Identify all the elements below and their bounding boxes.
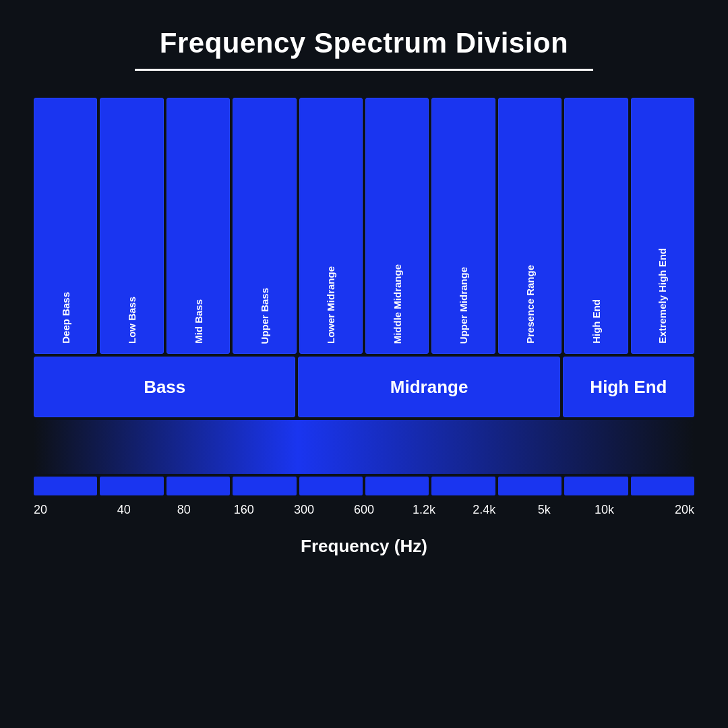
group-bass: Bass xyxy=(34,357,295,417)
band-label-upper-midrange: Upper Midrange xyxy=(458,267,469,344)
main-title: Frequency Spectrum Division xyxy=(34,27,694,59)
gradient-row xyxy=(34,420,694,474)
band-label-high-end: High End xyxy=(590,299,602,344)
groups-row: Bass Midrange High End xyxy=(34,357,694,417)
band-label-low-bass: Low Bass xyxy=(126,297,138,344)
freq-bar-2 xyxy=(166,477,230,495)
chart-container: Deep BassLow BassMid BassUpper BassLower… xyxy=(34,98,694,708)
band-extremely-high-end: Extremely High End xyxy=(631,98,694,354)
group-bass-label: Bass xyxy=(144,377,185,398)
band-label-deep-bass: Deep Bass xyxy=(60,292,71,344)
band-high-end: High End xyxy=(564,98,628,354)
bands-row: Deep BassLow BassMid BassUpper BassLower… xyxy=(34,98,694,354)
band-deep-bass: Deep Bass xyxy=(34,98,97,354)
page-wrapper: Frequency Spectrum Division Deep BassLow… xyxy=(0,0,728,728)
freq-bar-5 xyxy=(365,477,429,495)
freq-label-7: 2.4k xyxy=(454,503,514,517)
band-label-middle-midrange: Middle Midrange xyxy=(392,264,403,344)
freq-bar-9 xyxy=(631,477,694,495)
band-label-lower-midrange: Lower Midrange xyxy=(325,266,336,344)
band-middle-midrange: Middle Midrange xyxy=(365,98,429,354)
freq-labels-inner: 2040801603006001.2k2.4k5k10k20k xyxy=(34,499,694,520)
freq-labels-row: 2040801603006001.2k2.4k5k10k20k xyxy=(34,499,694,520)
band-low-bass: Low Bass xyxy=(100,98,163,354)
band-label-presence-range: Presence Range xyxy=(524,265,536,344)
band-upper-midrange: Upper Midrange xyxy=(431,98,495,354)
freq-label-1: 40 xyxy=(94,503,154,517)
freq-bar-3 xyxy=(233,477,296,495)
band-mid-bass: Mid Bass xyxy=(166,98,230,354)
freq-label-6: 1.2k xyxy=(394,503,454,517)
freq-bar-8 xyxy=(564,477,628,495)
freq-label-4: 300 xyxy=(274,503,334,517)
group-midrange-label: Midrange xyxy=(390,377,468,398)
group-highend-label: High End xyxy=(590,377,667,398)
band-lower-midrange: Lower Midrange xyxy=(299,98,363,354)
freq-bar-row xyxy=(34,477,694,495)
x-axis-title: Frequency (Hz) xyxy=(34,536,694,557)
freq-bar-4 xyxy=(299,477,363,495)
freq-label-0: 20 xyxy=(34,503,94,517)
freq-label-9: 10k xyxy=(574,503,634,517)
band-presence-range: Presence Range xyxy=(498,98,562,354)
freq-bar-1 xyxy=(100,477,163,495)
freq-label-10: 20k xyxy=(634,503,694,517)
freq-bar-0 xyxy=(34,477,97,495)
band-upper-bass: Upper Bass xyxy=(233,98,296,354)
freq-label-2: 80 xyxy=(154,503,214,517)
band-label-mid-bass: Mid Bass xyxy=(193,299,204,344)
title-underline xyxy=(135,69,593,71)
band-label-extremely-high-end: Extremely High End xyxy=(657,248,668,344)
group-midrange: Midrange xyxy=(298,357,559,417)
group-highend: High End xyxy=(563,357,694,417)
freq-bar-7 xyxy=(498,477,562,495)
freq-label-8: 5k xyxy=(514,503,574,517)
freq-label-3: 160 xyxy=(214,503,274,517)
band-label-upper-bass: Upper Bass xyxy=(259,288,270,344)
freq-label-5: 600 xyxy=(334,503,394,517)
title-section: Frequency Spectrum Division xyxy=(34,27,694,91)
freq-bar-6 xyxy=(431,477,495,495)
